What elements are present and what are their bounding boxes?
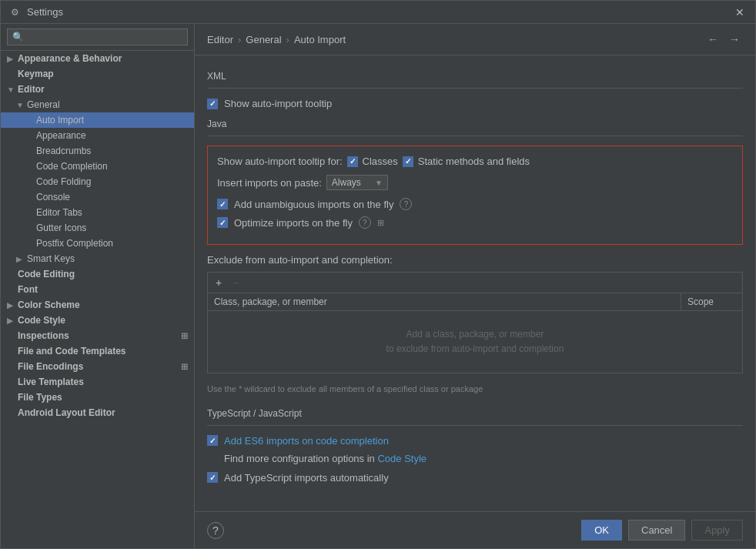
sidebar-item-file-code-templates[interactable]: File and Code Templates [1,343,194,359]
expand-arrow: ▼ [16,101,24,109]
java-classes-label: Classes [363,156,398,167]
add-unambiguous-help-icon[interactable]: ? [400,198,412,210]
sidebar-item-label: File Types [18,392,62,403]
expand-arrow [25,209,33,217]
sidebar-item-general[interactable]: ▼ General [1,97,194,112]
sidebar-item-appearance[interactable]: Appearance [1,128,194,143]
expand-arrow [25,162,33,171]
sidebar-item-breadcrumbs[interactable]: Breadcrumbs [1,143,194,159]
sidebar-item-file-encodings[interactable]: File Encodings ⊞ [1,359,194,374]
checkmark-icon: ✓ [209,474,216,482]
sidebar-item-label: Editor [18,84,45,95]
checkmark-icon: ✓ [209,437,216,445]
sidebar-item-keymap[interactable]: Keymap [1,66,194,82]
exclude-table: Class, package, or member Scope Add a cl… [207,293,743,373]
sidebar-item-color-scheme[interactable]: ▶ Color Scheme [1,297,194,313]
ts-add-es6-row: ✓ Add ES6 imports on code completion [207,435,743,447]
close-button[interactable]: ✕ [732,5,748,20]
optimize-imports-checkbox[interactable]: ✓ [217,217,228,228]
xml-divider [207,88,743,89]
sidebar: ▶ Appearance & Behavior Keymap ▼ Editor … [1,24,195,548]
insert-imports-select[interactable]: Always ▼ [326,175,388,190]
nav-forward-button[interactable]: → [726,32,743,47]
expand-arrow [25,224,33,233]
cancel-button[interactable]: Cancel [628,520,685,541]
java-static-checkbox[interactable]: ✓ [403,156,413,167]
expand-arrow [7,70,15,79]
expand-arrow [25,178,33,186]
breadcrumb-sep-2: › [286,34,289,45]
xml-show-tooltip-row: ✓ Show auto-import tooltip [207,98,743,109]
expand-arrow [25,116,33,125]
optimize-imports-help-icon[interactable]: ? [359,216,371,229]
sidebar-item-smart-keys[interactable]: ▶ Smart Keys [1,251,194,266]
sidebar-item-label: Live Templates [18,377,84,387]
settings-tree: ▶ Appearance & Behavior Keymap ▼ Editor … [1,51,194,548]
ts-find-more-label: Find more configuration options in [224,453,375,464]
inspections-badge: ⊞ [181,331,188,341]
sidebar-item-code-style[interactable]: ▶ Code Style [1,313,194,328]
sidebar-item-label: Smart Keys [27,253,75,264]
xml-show-tooltip-checkbox[interactable]: ✓ [207,99,218,109]
col-class-header: Class, package, or member [208,293,681,310]
sidebar-item-label: Breadcrumbs [36,146,91,156]
add-unambiguous-checkbox[interactable]: ✓ [217,199,228,209]
ts-code-style-link[interactable]: Code Style [377,453,427,464]
exclude-table-header: Class, package, or member Scope [208,293,742,311]
sidebar-item-code-completion[interactable]: Code Completion [1,159,194,174]
expand-arrow [7,286,15,294]
insert-imports-label: Insert imports on paste: [217,177,322,189]
search-box [1,24,194,51]
sidebar-item-file-types[interactable]: File Types [1,390,194,405]
java-divider [207,136,743,136]
sidebar-item-editor[interactable]: ▼ Editor [1,82,194,97]
remove-exclude-button[interactable]: − [228,275,243,290]
window-icon: ⚙ [8,6,21,18]
java-classes-checkbox[interactable]: ✓ [347,156,358,167]
sidebar-item-auto-import[interactable]: Auto Import [1,112,194,128]
main-layout: ▶ Appearance & Behavior Keymap ▼ Editor … [1,24,755,548]
dropdown-arrow-icon: ▼ [375,179,383,187]
sidebar-item-live-templates[interactable]: Live Templates [1,374,194,390]
optimize-imports-edit-icon[interactable]: ⊞ [377,218,384,228]
ok-button[interactable]: OK [581,520,622,541]
expand-arrow: ▶ [7,55,15,63]
optimize-imports-label: Optimize imports on the fly [234,217,353,229]
ts-add-es6-checkbox[interactable]: ✓ [207,435,218,446]
sidebar-item-code-folding[interactable]: Code Folding [1,174,194,189]
search-input[interactable] [7,28,188,45]
sidebar-item-appearance-behavior[interactable]: ▶ Appearance & Behavior [1,51,194,66]
sidebar-item-label: Code Editing [18,269,75,280]
expand-arrow: ▶ [7,316,15,325]
help-button[interactable]: ? [207,522,224,539]
checkmark-icon: ✓ [219,219,226,227]
apply-button[interactable]: Apply [691,520,743,541]
expand-arrow [7,378,15,387]
exclude-placeholder-line1: Add a class, package, or member [406,329,544,340]
encodings-badge: ⊞ [181,362,188,372]
sidebar-item-android-layout-editor[interactable]: Android Layout Editor [1,405,194,420]
sidebar-item-font[interactable]: Font [1,282,194,297]
expand-arrow [7,270,15,279]
checkmark-icon: ✓ [219,200,226,209]
sidebar-item-label: Appearance [36,130,86,141]
nav-back-button[interactable]: ← [704,32,721,47]
sidebar-item-inspections[interactable]: Inspections ⊞ [1,328,194,343]
sidebar-item-label: Postfix Completion [36,238,113,249]
sidebar-item-code-editing[interactable]: Code Editing [1,266,194,282]
sidebar-item-editor-tabs[interactable]: Editor Tabs [1,205,194,220]
sidebar-item-console[interactable]: Console [1,189,194,205]
expand-arrow: ▶ [7,301,15,310]
exclude-toolbar: + − [207,272,743,293]
select-value: Always [332,177,361,188]
add-exclude-button[interactable]: + [211,275,226,290]
sidebar-item-postfix-completion[interactable]: Postfix Completion [1,236,194,251]
ts-add-typescript-checkbox[interactable]: ✓ [207,472,218,483]
checkmark-icon: ✓ [350,157,356,166]
sidebar-item-gutter-icons[interactable]: Gutter Icons [1,220,194,236]
expand-arrow [25,147,33,156]
checkmark-icon: ✓ [405,157,411,166]
optimize-imports-row: ✓ Optimize imports on the fly ? ⊞ [217,216,733,229]
insert-imports-row: Insert imports on paste: Always ▼ [217,175,733,190]
sidebar-item-label: Gutter Icons [36,223,86,233]
